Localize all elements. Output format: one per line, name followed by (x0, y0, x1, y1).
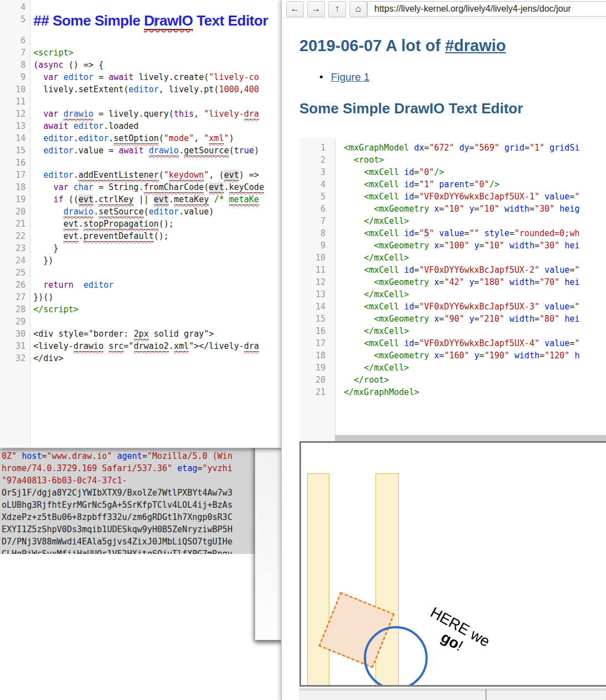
code-token: . (179, 146, 184, 156)
code-token (539, 192, 544, 202)
code-token: 0Z" (2, 451, 17, 461)
code-token: . (73, 170, 78, 180)
code-token: "0" (419, 167, 434, 177)
code-token: <mxGraphModel (344, 143, 409, 153)
code-line: 6 (0, 34, 282, 47)
code-token: xml (174, 341, 189, 352)
code-token: value (439, 228, 464, 238)
code-token: = (524, 143, 529, 153)
line-number: 18 (301, 349, 335, 362)
code-token: =" (124, 341, 134, 351)
line-number: 9 (0, 71, 30, 83)
code-token: return (43, 280, 73, 290)
code-token (33, 109, 43, 119)
code-token (429, 351, 434, 361)
code-line: 15 editor.value = await drawio.getSource… (0, 144, 282, 157)
code-line: 20 </root> (301, 374, 606, 386)
code-token: " (164, 170, 169, 180)
code-token: = lively.query( (93, 109, 174, 119)
home-button[interactable]: ⌂ (349, 1, 367, 17)
code-line: 1<mxGraphModel dx="672" dy="569" grid="1… (301, 142, 606, 154)
code-token: = (534, 314, 539, 324)
code-token: </script> (33, 304, 78, 314)
code-token (344, 253, 364, 263)
divider (485, 689, 487, 700)
line-number: 30 (0, 328, 30, 340)
line-number: 15 (0, 144, 30, 157)
code-token: " (574, 338, 579, 348)
line-number: 28 (0, 303, 30, 316)
code-token: /> (489, 179, 499, 189)
code-token: if (53, 194, 63, 204)
code-token: </mxCell> (364, 289, 409, 299)
markdown-editor[interactable]: 45## Some Simple DrawIO Text Editor67<sc… (0, 0, 282, 448)
code-token: host (22, 451, 42, 461)
back-button[interactable]: ← (286, 1, 304, 17)
code-token: heig (559, 204, 579, 214)
line-number: 21 (301, 386, 335, 398)
code-line: 18 var char = String.fromCharCode(evt.ke… (0, 181, 282, 193)
code-token (544, 143, 549, 153)
code-token: .value) (179, 207, 214, 217)
up-arrow-icon: ↑ (335, 3, 340, 14)
home-icon: ⌂ (355, 3, 361, 14)
code-token: true (234, 146, 254, 156)
code-token: y (474, 241, 479, 251)
drawio-tag-link[interactable]: #drawio (445, 37, 506, 54)
code-token: etag (177, 463, 197, 473)
code-token: (( (63, 194, 78, 204)
line-number: 9 (301, 239, 335, 252)
text-cursor (154, 17, 156, 27)
line-number: 29 (0, 316, 30, 328)
code-token (479, 228, 484, 238)
code-token: </mxCell> (364, 253, 409, 263)
code-token: "VF0xDYY6wkxBcJapf5UX-2" (419, 265, 539, 275)
code-line: 12 var drawio = lively.query(this, "live… (0, 108, 282, 120)
xml-editor[interactable]: 1<mxGraphModel dx="672" dy="569" grid="1… (301, 138, 606, 435)
code-token: editor (43, 146, 73, 156)
code-token: "1" (419, 179, 434, 189)
code-token: width (509, 241, 534, 251)
code-token: " (429, 228, 434, 238)
code-token: = (539, 351, 544, 361)
code-token: " (419, 228, 424, 238)
code-token: "30" (539, 241, 559, 251)
line-number: 4 (301, 178, 335, 191)
code-token: id (404, 265, 414, 275)
figure-1-link[interactable]: Figure 1 (331, 71, 370, 83)
code-token: id (404, 228, 414, 238)
code-token: </mxCell> (364, 363, 409, 373)
code-token: = (197, 463, 202, 473)
xml-source-overlay[interactable]: 0Z" host="www.draw.io" agent="Mozilla/5.… (0, 449, 257, 554)
code-token: "0" (474, 179, 489, 189)
code-token: "100" (444, 241, 469, 251)
code-token: stopPropagation (83, 219, 158, 229)
code-token: solid gray"> (149, 329, 214, 339)
code-token: "30" (534, 204, 554, 214)
code-line: 12 <mxGeometry x="42" y="180" width="70"… (301, 276, 606, 288)
code-token: metaKe (229, 194, 259, 205)
markdown-editor-window[interactable]: 45## Some Simple DrawIO Text Editor67<sc… (0, 0, 282, 448)
url-input[interactable]: https://lively-kernel.org/lively4/lively… (367, 1, 606, 17)
code-token (68, 121, 73, 131)
line-number: 11 (301, 264, 335, 276)
code-token: editor (149, 207, 179, 217)
code-token: () => { (63, 60, 103, 70)
code-line: 22 evt.preventDefault(); (0, 230, 282, 242)
code-token: <mxCell (364, 228, 399, 238)
code-line: 19 </mxCell> (301, 362, 606, 374)
code-token: "></lively- (189, 341, 244, 351)
code-line: 29 (0, 316, 282, 328)
code-line: 6 <mxGeometry x="10" y="10" width="30" h… (301, 203, 606, 215)
code-token: "120" (544, 351, 569, 361)
code-token: keydown (169, 170, 204, 181)
up-button[interactable]: ↑ (328, 1, 346, 17)
code-token: = (42, 451, 47, 461)
code-line: 5## Some Simple DrawIO Text Editor (0, 13, 282, 34)
code-token: "569" (474, 143, 499, 153)
code-token: width (504, 204, 529, 214)
code-line: 20 drawio.setSource(editor.value) (0, 206, 282, 218)
forward-button[interactable]: → (307, 1, 325, 17)
code-token: <mxGeometry (374, 277, 429, 287)
code-token: "mode" (164, 133, 194, 143)
